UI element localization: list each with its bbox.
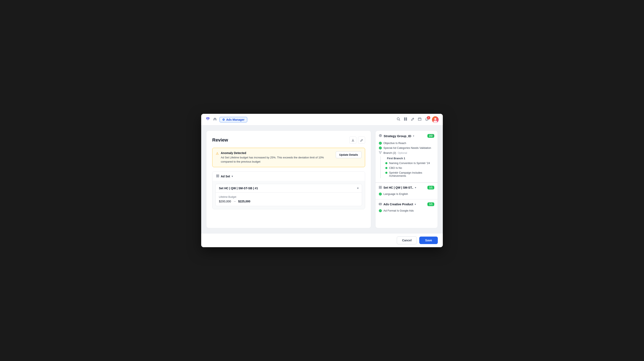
check-dot-language: ✓ — [379, 193, 382, 195]
branch-icon — [379, 151, 382, 155]
check-item-objective-label: Objective Is Reach — [384, 142, 406, 145]
ad-set-row-badge: 1/1 — [428, 186, 434, 189]
svg-rect-22 — [380, 188, 382, 189]
anomaly-box: ⚠ Anomaly Detected Ad Set Lifetime budge… — [212, 148, 365, 167]
strategy-title-row[interactable]: Strategy Group_ID ▾ — [379, 134, 414, 138]
strategy-icon — [379, 134, 382, 138]
anomaly-text: Anomaly Detected Ad Set Lifetime budget … — [221, 151, 333, 164]
svg-point-17 — [381, 151, 382, 152]
ads-creative-title-text: Ads Creative Product — [384, 203, 413, 206]
ads-creative-badge: 1/1 — [428, 202, 434, 206]
branch-sub-dot-2 — [385, 167, 388, 169]
branch-sub-label-1: Naming Convention Is Sprinklr '24 — [389, 162, 430, 165]
svg-rect-21 — [379, 188, 380, 189]
header-actions: 1 — [396, 116, 439, 123]
svg-point-8 — [434, 121, 437, 123]
check-dot-ad-format: ✓ — [379, 209, 382, 212]
branch-label: Branch (2) — [384, 151, 396, 154]
ad-set-header[interactable]: Ad Set ▾ — [212, 172, 365, 181]
home-icon[interactable] — [213, 117, 217, 122]
download-button[interactable] — [349, 137, 356, 144]
budget-from: $200,000 — [219, 200, 231, 203]
branch-optional: Optional — [398, 152, 407, 154]
ads-creative-title[interactable]: Ads Creative Product ▾ — [379, 203, 416, 206]
svg-rect-12 — [218, 176, 219, 177]
branch-sub-item-1: Naming Convention Is Sprinklr '24 — [385, 161, 434, 166]
header: ⚙ Ads Manager — [201, 114, 443, 126]
check-dot-green-1: ✓ — [379, 142, 382, 145]
svg-rect-1 — [404, 118, 405, 119]
check-item-ad-format: ✓ Ad Format Is Google Ads — [379, 208, 434, 213]
edit-icon[interactable] — [411, 117, 414, 122]
ads-creative-chevron-icon: ▾ — [415, 203, 416, 206]
branch-sub-dot-1 — [385, 162, 388, 164]
svg-point-7 — [434, 118, 436, 120]
check-item-language-label: Language Is English — [384, 192, 408, 195]
ad-set-row-chevron-icon: ▾ — [415, 186, 416, 189]
svg-rect-11 — [216, 176, 218, 177]
svg-point-0 — [397, 118, 400, 120]
svg-rect-10 — [218, 175, 219, 176]
avatar[interactable] — [432, 116, 439, 123]
budget-to: $225,000 — [238, 200, 250, 203]
app-title-pill[interactable]: ⚙ Ads Manager — [220, 117, 247, 122]
ad-set-chevron-icon: ▾ — [232, 175, 233, 178]
save-button[interactable]: Save — [419, 237, 438, 244]
branch-sub-item-2: CBO Is No — [385, 166, 434, 170]
ad-set-row-header: Set HC | QW | SM-ST.. ▾ 1/1 — [379, 186, 434, 189]
svg-rect-23 — [379, 203, 382, 205]
ad-set-row-panel: Set HC | QW | SM-ST.. ▾ 1/1 ✓ Language I… — [376, 183, 438, 199]
review-panel: Review — [206, 131, 371, 228]
anomaly-description: Ad Set Lifetime budget has increased by … — [221, 156, 333, 164]
notifications-icon[interactable]: 1 — [425, 117, 429, 122]
ad-set-card-title: Set HC | QW | SM-ST-SB | #1 — [219, 187, 258, 190]
ad-set-section: Ad Set ▾ Set HC | QW | SM-ST-SB | #1 ▾ L… — [212, 171, 365, 209]
ad-set-row-title[interactable]: Set HC | QW | SM-ST.. ▾ — [379, 186, 416, 189]
search-icon[interactable] — [396, 117, 400, 122]
close-button[interactable]: × — [430, 133, 436, 138]
svg-rect-19 — [379, 186, 380, 187]
budget-values: $200,000 → $225,000 — [219, 200, 358, 203]
cancel-button[interactable]: Cancel — [397, 236, 417, 244]
strategy-chevron-icon: ▾ — [413, 135, 414, 137]
review-actions — [349, 137, 365, 144]
svg-point-18 — [380, 153, 381, 154]
strategy-group: Strategy Group_ID ▾ 2/2 ✓ Objective Is R… — [376, 131, 438, 183]
check-item-ad-format-label: Ad Format Is Google Ads — [384, 209, 414, 212]
ad-set-icon — [216, 174, 219, 178]
ad-set-inner: Set HC | QW | SM-ST-SB | #1 ▾ Lifetime B… — [212, 181, 365, 209]
anomaly-content: ⚠ Anomaly Detected Ad Set Lifetime budge… — [216, 151, 333, 164]
notification-count: 1 — [427, 116, 430, 119]
ad-set-card-header[interactable]: Set HC | QW | SM-ST-SB | #1 ▾ — [216, 184, 362, 193]
branch-item: Branch (2) Optional — [379, 150, 434, 156]
branch-sub-label-3: Sprinklr Campaign Includes Achievements — [389, 171, 434, 177]
svg-point-16 — [379, 151, 380, 152]
branch-sub-label-2: CBO Is No — [389, 166, 402, 169]
check-item-special-ad: ✓ Special Ad Categories Needs Validation — [379, 146, 434, 150]
ads-creative-icon — [379, 203, 382, 206]
edit-button[interactable] — [358, 137, 365, 144]
review-header: Review — [212, 137, 365, 144]
strategy-group-title: Strategy Group_ID — [384, 134, 411, 138]
svg-rect-9 — [216, 175, 218, 176]
branch-sub-dot-3 — [385, 172, 388, 174]
warning-icon: ⚠ — [216, 152, 219, 164]
app-title: Ads Manager — [226, 118, 244, 121]
check-dot-green-2: ✓ — [379, 147, 382, 149]
ad-set-card: Set HC | QW | SM-ST-SB | #1 ▾ Lifetime B… — [215, 184, 362, 206]
ads-creative-header: Ads Creative Product ▾ 1/1 — [379, 202, 434, 206]
budget-label: Lifetime Budget — [219, 195, 358, 198]
branch-sub-item-3: Sprinklr Campaign Includes Achievements — [385, 170, 434, 178]
update-details-button[interactable]: Update Details — [336, 151, 362, 158]
branch-first-label: First Branch 1 — [385, 156, 434, 161]
ads-creative-section: Ads Creative Product ▾ 1/1 ✓ Ad Format I… — [376, 199, 438, 216]
logo-icon — [205, 117, 210, 123]
svg-rect-2 — [406, 118, 407, 119]
ad-set-row-panel-title: Set HC | QW | SM-ST.. — [384, 186, 413, 189]
grid-icon[interactable] — [404, 117, 408, 122]
calendar-icon[interactable] — [418, 117, 422, 122]
footer: Cancel Save — [201, 233, 443, 247]
review-title: Review — [212, 137, 228, 143]
ad-set-card-chevron-icon: ▾ — [357, 187, 358, 190]
right-panel: × Strategy Group_ID ▾ — [375, 131, 438, 228]
